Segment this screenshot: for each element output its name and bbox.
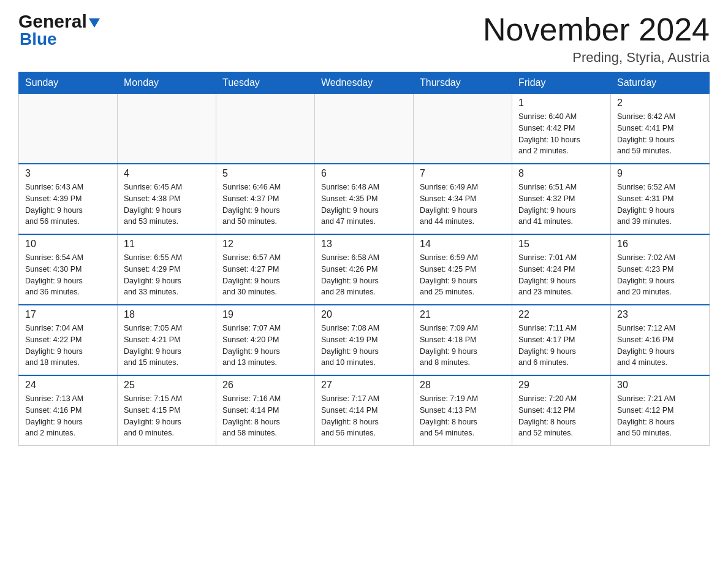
day-number: 29 <box>518 380 604 391</box>
day-info: Sunrise: 6:52 AM Sunset: 4:31 PM Dayligh… <box>617 182 703 228</box>
day-info: Sunrise: 7:11 AM Sunset: 4:17 PM Dayligh… <box>518 323 604 369</box>
calendar-cell: 7Sunrise: 6:49 AM Sunset: 4:34 PM Daylig… <box>414 164 512 234</box>
calendar-cell: 11Sunrise: 6:55 AM Sunset: 4:29 PM Dayli… <box>118 234 216 305</box>
calendar-cell: 13Sunrise: 6:58 AM Sunset: 4:26 PM Dayli… <box>315 234 414 305</box>
day-number: 27 <box>321 380 407 391</box>
calendar-table: SundayMondayTuesdayWednesdayThursdayFrid… <box>18 72 710 446</box>
day-number: 18 <box>124 309 210 320</box>
calendar-cell: 14Sunrise: 6:59 AM Sunset: 4:25 PM Dayli… <box>414 234 512 305</box>
calendar-cell: 26Sunrise: 7:16 AM Sunset: 4:14 PM Dayli… <box>216 375 315 446</box>
calendar-cell: 21Sunrise: 7:09 AM Sunset: 4:18 PM Dayli… <box>414 305 512 375</box>
day-number: 8 <box>518 168 604 179</box>
day-number: 28 <box>420 380 506 391</box>
logo-triangle-icon <box>89 18 100 28</box>
day-info: Sunrise: 7:04 AM Sunset: 4:22 PM Dayligh… <box>25 323 111 369</box>
day-info: Sunrise: 6:54 AM Sunset: 4:30 PM Dayligh… <box>25 252 111 298</box>
weekday-header-tuesday: Tuesday <box>216 72 315 94</box>
day-number: 7 <box>420 168 506 179</box>
day-number: 21 <box>420 309 506 320</box>
logo-blue-text: Blue <box>20 29 57 49</box>
calendar-cell: 10Sunrise: 6:54 AM Sunset: 4:30 PM Dayli… <box>19 234 118 305</box>
weekday-header-monday: Monday <box>118 72 216 94</box>
day-info: Sunrise: 6:58 AM Sunset: 4:26 PM Dayligh… <box>321 252 407 298</box>
calendar-cell: 25Sunrise: 7:15 AM Sunset: 4:15 PM Dayli… <box>118 375 216 446</box>
calendar-cell: 18Sunrise: 7:05 AM Sunset: 4:21 PM Dayli… <box>118 305 216 375</box>
day-number: 9 <box>617 168 703 179</box>
weekday-header-wednesday: Wednesday <box>315 72 414 94</box>
day-info: Sunrise: 7:20 AM Sunset: 4:12 PM Dayligh… <box>518 393 604 439</box>
day-info: Sunrise: 7:07 AM Sunset: 4:20 PM Dayligh… <box>222 323 308 369</box>
calendar-cell: 17Sunrise: 7:04 AM Sunset: 4:22 PM Dayli… <box>19 305 118 375</box>
day-info: Sunrise: 7:15 AM Sunset: 4:15 PM Dayligh… <box>124 393 210 439</box>
calendar-cell: 29Sunrise: 7:20 AM Sunset: 4:12 PM Dayli… <box>512 375 611 446</box>
calendar-cell: 28Sunrise: 7:19 AM Sunset: 4:13 PM Dayli… <box>414 375 512 446</box>
calendar-cell <box>315 94 414 164</box>
day-info: Sunrise: 6:49 AM Sunset: 4:34 PM Dayligh… <box>420 182 506 228</box>
calendar-cell <box>216 94 315 164</box>
calendar-cell: 9Sunrise: 6:52 AM Sunset: 4:31 PM Daylig… <box>611 164 710 234</box>
calendar-cell: 3Sunrise: 6:43 AM Sunset: 4:39 PM Daylig… <box>19 164 118 234</box>
day-number: 15 <box>518 239 604 250</box>
day-number: 16 <box>617 239 703 250</box>
day-info: Sunrise: 7:09 AM Sunset: 4:18 PM Dayligh… <box>420 323 506 369</box>
day-number: 14 <box>420 239 506 250</box>
calendar-cell: 2Sunrise: 6:42 AM Sunset: 4:41 PM Daylig… <box>611 94 710 164</box>
day-info: Sunrise: 7:05 AM Sunset: 4:21 PM Dayligh… <box>124 323 210 369</box>
calendar-cell: 27Sunrise: 7:17 AM Sunset: 4:14 PM Dayli… <box>315 375 414 446</box>
day-info: Sunrise: 6:51 AM Sunset: 4:32 PM Dayligh… <box>518 182 604 228</box>
day-number: 13 <box>321 239 407 250</box>
day-number: 22 <box>518 309 604 320</box>
weekday-header-saturday: Saturday <box>611 72 710 94</box>
day-info: Sunrise: 7:02 AM Sunset: 4:23 PM Dayligh… <box>617 252 703 298</box>
location-subtitle: Preding, Styria, Austria <box>483 50 710 66</box>
weekday-header-friday: Friday <box>512 72 611 94</box>
day-info: Sunrise: 7:13 AM Sunset: 4:16 PM Dayligh… <box>25 393 111 439</box>
day-info: Sunrise: 6:57 AM Sunset: 4:27 PM Dayligh… <box>222 252 308 298</box>
calendar-cell: 22Sunrise: 7:11 AM Sunset: 4:17 PM Dayli… <box>512 305 611 375</box>
day-number: 17 <box>25 309 111 320</box>
day-info: Sunrise: 7:16 AM Sunset: 4:14 PM Dayligh… <box>222 393 308 439</box>
day-info: Sunrise: 6:43 AM Sunset: 4:39 PM Dayligh… <box>25 182 111 228</box>
calendar-cell <box>414 94 512 164</box>
title-block: November 2024 Preding, Styria, Austria <box>483 12 710 66</box>
calendar-cell <box>19 94 118 164</box>
day-info: Sunrise: 7:01 AM Sunset: 4:24 PM Dayligh… <box>518 252 604 298</box>
day-info: Sunrise: 6:48 AM Sunset: 4:35 PM Dayligh… <box>321 182 407 228</box>
day-number: 10 <box>25 239 111 250</box>
day-number: 2 <box>617 98 703 109</box>
calendar-week-row: 24Sunrise: 7:13 AM Sunset: 4:16 PM Dayli… <box>19 375 710 446</box>
day-info: Sunrise: 7:08 AM Sunset: 4:19 PM Dayligh… <box>321 323 407 369</box>
day-info: Sunrise: 6:42 AM Sunset: 4:41 PM Dayligh… <box>617 111 703 157</box>
day-info: Sunrise: 7:17 AM Sunset: 4:14 PM Dayligh… <box>321 393 407 439</box>
day-info: Sunrise: 6:40 AM Sunset: 4:42 PM Dayligh… <box>518 111 604 157</box>
page-header: General Blue November 2024 Preding, Styr… <box>18 12 710 66</box>
day-info: Sunrise: 6:59 AM Sunset: 4:25 PM Dayligh… <box>420 252 506 298</box>
weekday-header-sunday: Sunday <box>19 72 118 94</box>
logo: General Blue <box>18 12 100 49</box>
calendar-cell: 15Sunrise: 7:01 AM Sunset: 4:24 PM Dayli… <box>512 234 611 305</box>
calendar-cell: 12Sunrise: 6:57 AM Sunset: 4:27 PM Dayli… <box>216 234 315 305</box>
day-number: 25 <box>124 380 210 391</box>
day-info: Sunrise: 7:21 AM Sunset: 4:12 PM Dayligh… <box>617 393 703 439</box>
day-info: Sunrise: 7:12 AM Sunset: 4:16 PM Dayligh… <box>617 323 703 369</box>
day-info: Sunrise: 6:45 AM Sunset: 4:38 PM Dayligh… <box>124 182 210 228</box>
calendar-week-row: 1Sunrise: 6:40 AM Sunset: 4:42 PM Daylig… <box>19 94 710 164</box>
day-number: 5 <box>222 168 308 179</box>
day-number: 30 <box>617 380 703 391</box>
calendar-week-row: 17Sunrise: 7:04 AM Sunset: 4:22 PM Dayli… <box>19 305 710 375</box>
calendar-cell: 19Sunrise: 7:07 AM Sunset: 4:20 PM Dayli… <box>216 305 315 375</box>
day-number: 1 <box>518 98 604 109</box>
day-number: 19 <box>222 309 308 320</box>
calendar-week-row: 3Sunrise: 6:43 AM Sunset: 4:39 PM Daylig… <box>19 164 710 234</box>
day-info: Sunrise: 7:19 AM Sunset: 4:13 PM Dayligh… <box>420 393 506 439</box>
day-info: Sunrise: 6:55 AM Sunset: 4:29 PM Dayligh… <box>124 252 210 298</box>
day-info: Sunrise: 6:46 AM Sunset: 4:37 PM Dayligh… <box>222 182 308 228</box>
calendar-cell: 16Sunrise: 7:02 AM Sunset: 4:23 PM Dayli… <box>611 234 710 305</box>
day-number: 4 <box>124 168 210 179</box>
weekday-header-row: SundayMondayTuesdayWednesdayThursdayFrid… <box>19 72 710 94</box>
day-number: 12 <box>222 239 308 250</box>
day-number: 6 <box>321 168 407 179</box>
calendar-cell: 5Sunrise: 6:46 AM Sunset: 4:37 PM Daylig… <box>216 164 315 234</box>
calendar-cell: 4Sunrise: 6:45 AM Sunset: 4:38 PM Daylig… <box>118 164 216 234</box>
calendar-cell: 1Sunrise: 6:40 AM Sunset: 4:42 PM Daylig… <box>512 94 611 164</box>
